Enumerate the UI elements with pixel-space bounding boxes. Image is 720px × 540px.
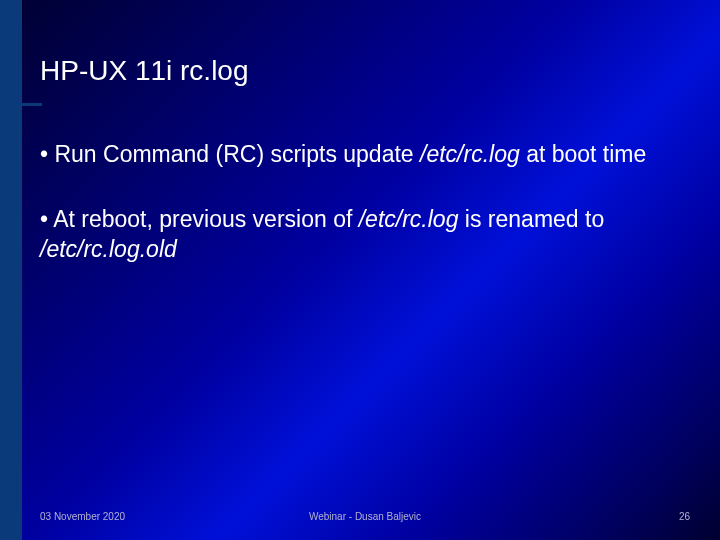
footer-page: 26 xyxy=(473,511,690,522)
bullet-2-italic2: /etc/rc.log.old xyxy=(40,236,177,262)
bullet-2-prefix: • At reboot, previous version of xyxy=(40,206,359,232)
bullet-1-suffix: at boot time xyxy=(520,141,647,167)
title-area: HP-UX 11i rc.log xyxy=(40,55,690,87)
footer: 03 November 2020 Webinar - Dusan Baljevi… xyxy=(40,511,690,522)
bullet-1-italic: /etc/rc.log xyxy=(420,141,520,167)
content-area: • Run Command (RC) scripts update /etc/r… xyxy=(40,140,680,300)
bullet-2: • At reboot, previous version of /etc/rc… xyxy=(40,205,680,265)
slide-title: HP-UX 11i rc.log xyxy=(40,55,690,87)
title-underline xyxy=(0,103,42,106)
left-sidebar xyxy=(0,0,22,540)
bullet-2-mid: is renamed to xyxy=(458,206,604,232)
slide: HP-UX 11i rc.log • Run Command (RC) scri… xyxy=(0,0,720,540)
bullet-1: • Run Command (RC) scripts update /etc/r… xyxy=(40,140,680,170)
bullet-1-prefix: • Run Command (RC) scripts update xyxy=(40,141,420,167)
footer-center: Webinar - Dusan Baljevic xyxy=(257,511,474,522)
footer-date: 03 November 2020 xyxy=(40,511,257,522)
bullet-2-italic1: /etc/rc.log xyxy=(359,206,459,232)
